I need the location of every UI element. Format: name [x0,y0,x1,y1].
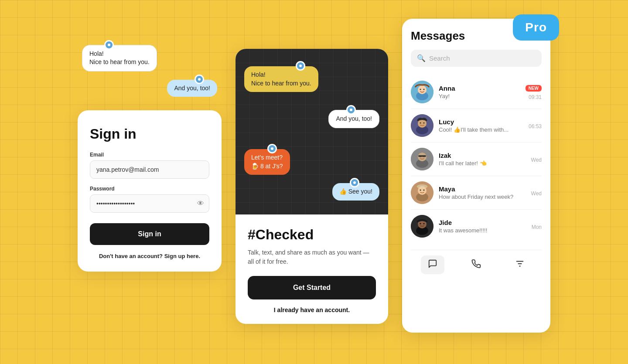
checked-title: #Checked [248,227,376,243]
signin-card: Hola! Nice to hear from you. And you, to… [78,110,222,272]
bottom-navigation [411,250,542,274]
msg-name-maya: Maya [439,185,526,193]
svg-point-19 [420,189,421,191]
msg-preview-jide: It was awesome!!!!! [439,227,526,234]
msg-name-anna: Anna [439,85,520,92]
pro-badge: Pro [513,14,559,41]
msg-time-lucy: 06:53 [529,123,542,129]
svg-point-25 [420,223,421,224]
new-badge-anna: NEW [526,85,542,92]
msg-body-izak: Izak I'll call her later! 👈 [439,152,526,167]
msg-body-jide: Jide It was awesome!!!!! [439,219,526,234]
search-bar[interactable]: 🔍 Search [411,50,542,67]
msg-time-jide: Mon [532,224,542,230]
msg-meta-anna: NEW 09:31 [526,84,542,100]
svg-point-2 [418,85,427,94]
message-item-jide[interactable]: Jide It was awesome!!!!! Mon [411,210,542,243]
msg-time-anna: 09:31 [526,94,542,100]
message-item-anna[interactable]: Anna Yay! NEW 09:31 [411,75,542,109]
bubble-hola-line2: Nice to hear from you. [89,58,150,65]
svg-point-14 [420,156,421,157]
password-group: Password 👁 [90,186,209,213]
msg-meta-jide: Mon [532,222,542,230]
bubble-seeyou: 👍 See you! [332,183,379,201]
bubble-andyou-signin: And you, too! [167,80,217,97]
msg-name-izak: Izak [439,152,526,159]
bubble-hola-dark: Hola! Nice to hear from you. [244,66,318,92]
messages-card-wrapper: Pro Messages 🔍 Search [402,19,550,333]
bubble-letsmeet: Let's meet? 🍺 8 at J's? [244,149,290,175]
message-item-lucy[interactable]: Lucy Cool! 👍I'll take them with... 06:53 [411,109,542,143]
avatar-jide [411,215,433,238]
bubble-andyou-dark-text: And you, too! [336,115,372,122]
msg-preview-maya: How about Friday next week? [439,194,526,200]
msg-meta-lucy: 06:53 [529,122,542,129]
svg-rect-13 [418,155,426,157]
msg-body-lucy: Lucy Cool! 👍I'll take them with... [439,118,523,133]
password-input[interactable] [90,194,209,213]
signin-button[interactable]: Sign in [90,223,209,245]
svg-point-15 [423,156,425,157]
have-account-link[interactable]: I already have an account. [248,306,376,313]
search-placeholder-text: Search [429,54,450,62]
nav-call-button[interactable] [464,255,488,274]
msg-body-anna: Anna Yay! [439,85,520,99]
avatar-maya [411,181,433,204]
email-label: Email [90,152,209,158]
svg-point-26 [423,223,425,224]
msg-meta-izak: Wed [531,155,542,163]
bubble-andyou-text: And you, too! [174,85,210,92]
svg-point-21 [417,184,427,189]
msg-meta-maya: Wed [531,189,542,197]
email-group: Email [90,152,209,179]
password-input-wrapper: 👁 [90,194,209,213]
msg-preview-izak: I'll call her later! 👈 [439,160,526,167]
get-started-button[interactable]: Get Started [248,276,376,299]
signin-footer: Don't have an account? Sign up here. [90,253,209,259]
bubble-seeyou-text: 👍 See you! [339,188,372,195]
password-label: Password [90,186,209,192]
msg-name-lucy: Lucy [439,118,523,126]
checked-content: #Checked Talk, text, and share as much a… [236,214,388,324]
msg-time-maya: Wed [531,191,542,197]
bubble-pin-dark-3 [267,144,277,153]
svg-point-4 [423,88,425,90]
bubble-hola-dark-line2: Nice to hear from you. [251,80,311,87]
checked-description: Talk, text, and share as much as you wan… [248,248,376,266]
bubble-pin-dark-1 [296,61,305,71]
svg-point-9 [423,122,425,123]
nav-chat-button[interactable] [421,255,444,274]
bubble-pin-2 [195,75,204,84]
signin-chat-area: Hola! Nice to hear from you. And you, to… [78,36,222,110]
avatar-anna [411,81,433,103]
bubble-pin-1 [104,40,114,50]
nav-filter-button[interactable] [508,255,532,274]
msg-body-maya: Maya How about Friday next week? [439,185,526,200]
message-list: Anna Yay! NEW 09:31 [411,75,542,243]
bubble-letsmeet-line2: 🍺 8 at J's? [251,163,283,170]
bubble-pin-dark-4 [350,178,359,187]
bubble-andyou-dark: And you, too! [328,110,379,128]
eye-icon[interactable]: 👁 [197,200,204,208]
search-icon: 🔍 [417,54,426,62]
bubble-hola-dark-line1: Hola! [251,71,266,78]
email-input[interactable] [90,160,209,179]
msg-preview-anna: Yay! [439,93,520,99]
svg-point-3 [420,88,421,90]
bubble-pin-dark-2 [346,105,356,115]
msg-preview-lucy: Cool! 👍I'll take them with... [439,126,523,133]
avatar-lucy [411,114,433,137]
svg-point-8 [420,122,421,123]
message-item-izak[interactable]: Izak I'll call her later! 👈 Wed [411,143,542,176]
checked-chat-area: Hola! Nice to hear from you. And you, to… [236,49,388,214]
bubble-letsmeet-line1: Let's meet? [251,154,283,161]
bubble-hola-signin: Hola! Nice to hear from you. [82,45,157,71]
msg-name-jide: Jide [439,219,526,226]
messages-card: Messages 🔍 Search [402,19,550,333]
avatar-izak [411,148,433,170]
checked-card: Hola! Nice to hear from you. And you, to… [236,49,388,324]
signin-title: Sign in [90,126,209,142]
message-item-maya[interactable]: Maya How about Friday next week? Wed [411,176,542,210]
svg-point-20 [423,189,425,191]
bubble-hola-line1: Hola! [89,50,104,57]
